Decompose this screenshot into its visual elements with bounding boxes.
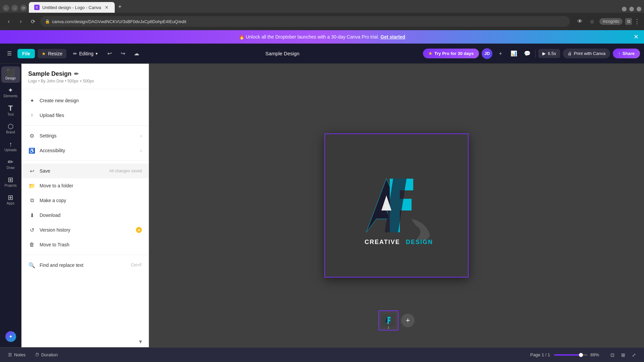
hamburger-menu-btn[interactable]: ☰ xyxy=(4,48,15,59)
menu-item-save[interactable]: ↩ Save All changes saved xyxy=(21,164,149,178)
menu-item-download[interactable]: ⬇ Download xyxy=(21,208,149,223)
sidebar-item-apps[interactable]: ⊞ Apps xyxy=(1,191,20,208)
extension-btn[interactable]: ⧉ xyxy=(625,18,632,25)
share-btn[interactable]: ↑ Share xyxy=(613,49,640,58)
tab-close-btn[interactable]: ✕ xyxy=(104,5,109,10)
design-icon: ⬛ xyxy=(6,69,15,76)
zoom-slider-fill xyxy=(554,354,581,356)
lock-icon: 🔒 xyxy=(45,19,50,24)
find-shortcut: Ctrl+F xyxy=(131,263,142,267)
try-pro-label: Try Pro for 30 days xyxy=(434,51,474,56)
sidebar-item-draw[interactable]: ✏ Draw xyxy=(1,156,20,172)
resize-star-icon: ★ xyxy=(42,51,46,56)
tab-forward-btn[interactable]: › xyxy=(11,5,18,11)
canva-app: 🔥 Unlock all the Droptober launches with… xyxy=(0,30,644,362)
undo-btn[interactable]: ↩ xyxy=(104,48,115,59)
menu-item-move-folder[interactable]: 📁 Move to a folder xyxy=(21,178,149,193)
menu-item-find[interactable]: 🔍 Find and replace text Ctrl+F xyxy=(21,258,149,273)
add-collaborator-btn[interactable]: + xyxy=(495,48,506,59)
file-menu-items: ✦ Create new design ↑ Upload files ⚙ Set… xyxy=(21,92,149,337)
tab-favicon: C xyxy=(34,5,40,10)
duration-btn[interactable]: ⏱ Duration xyxy=(32,351,60,359)
duration-label: Duration xyxy=(41,352,58,357)
new-tab-btn[interactable]: + xyxy=(115,2,125,11)
grid-view-btn[interactable]: ⊞ xyxy=(619,350,628,360)
play-btn[interactable]: ▶ 6.5s xyxy=(538,49,560,58)
minimize-btn[interactable] xyxy=(622,7,627,11)
comments-btn[interactable]: 💬 xyxy=(522,48,533,59)
menu-item-copy[interactable]: ⧉ Make a copy xyxy=(21,193,149,208)
maximize-btn[interactable] xyxy=(629,7,634,11)
menu-item-accessibility[interactable]: ♿ Accessibility › xyxy=(21,143,149,158)
close-btn[interactable] xyxy=(637,7,641,11)
menu-item-accessibility-label: Accessibility xyxy=(40,148,140,153)
page-info: Page 1 / 1 xyxy=(530,352,550,357)
notes-btn[interactable]: ☰ Notes xyxy=(5,351,28,359)
scroll-down-btn[interactable]: ▼ xyxy=(137,338,145,346)
trash-icon: 🗑 xyxy=(28,241,36,248)
fullscreen-btn[interactable]: ⤢ xyxy=(629,350,639,360)
sidebar-item-projects[interactable]: ⊞ Projects xyxy=(1,174,20,190)
resize-btn[interactable]: ★ Resize xyxy=(38,49,66,58)
analytics-btn[interactable]: 📊 xyxy=(508,48,519,59)
download-icon: ⬇ xyxy=(28,212,36,219)
menu-item-settings[interactable]: ⚙ Settings › xyxy=(21,128,149,143)
zoom-slider[interactable] xyxy=(554,354,588,356)
sidebar-item-brand[interactable]: ⬡ Brand xyxy=(1,120,20,137)
settings-arrow-icon: › xyxy=(140,133,142,138)
back-btn[interactable]: ‹ xyxy=(4,17,13,26)
forward-btn[interactable]: › xyxy=(16,17,25,26)
redo-btn[interactable]: ↪ xyxy=(118,48,128,59)
design-name[interactable]: Sample Design xyxy=(145,51,420,56)
add-page-btn[interactable]: + xyxy=(401,314,415,327)
canvas-container: CREATIVE DESIGN xyxy=(324,133,469,278)
menu-item-version[interactable]: ↺ Version history ★ xyxy=(21,223,149,237)
single-view-btn[interactable]: ⊡ xyxy=(608,350,617,360)
try-pro-btn[interactable]: ★ Try Pro for 30 days xyxy=(423,49,479,58)
menu-item-copy-label: Make a copy xyxy=(40,198,142,203)
canvas-frame[interactable]: CREATIVE DESIGN xyxy=(324,133,469,278)
menu-item-upload[interactable]: ↑ Upload files xyxy=(21,108,149,123)
promo-cta[interactable]: Get started xyxy=(380,34,405,40)
avatar[interactable]: JD xyxy=(482,48,492,59)
browser-chrome: ‹ › ⟳ C Untitled design - Logo - Canva ✕… xyxy=(0,0,644,30)
find-icon: 🔍 xyxy=(28,261,36,269)
sidebar-item-uploads[interactable]: ↑ Uploads xyxy=(1,138,20,155)
more-options-btn[interactable]: ⋮ xyxy=(634,18,640,25)
menu-item-trash-label: Move to Trash xyxy=(40,242,142,247)
print-btn[interactable]: 🖨 Print with Canva xyxy=(563,49,610,58)
url-text: canva.com/design/DAGVwdNCKVU/3sBF0dvJxCp… xyxy=(52,19,186,24)
menu-item-save-label: Save xyxy=(40,168,107,174)
page-thumb-1[interactable]: 1 xyxy=(378,310,398,330)
tab-title: Untitled design - Logo - Canva xyxy=(42,5,101,10)
address-bar[interactable]: 🔒 canva.com/design/DAGVwdNCKVU/3sBF0dvJx… xyxy=(40,16,570,27)
pro-star-icon: ★ xyxy=(428,51,432,56)
sidebar-item-text[interactable]: T Text xyxy=(1,102,20,119)
edit-title-icon[interactable]: ✏ xyxy=(74,71,78,77)
file-btn[interactable]: File xyxy=(17,49,35,58)
sidebar-item-elements[interactable]: ✦ Elements xyxy=(1,84,20,101)
eye-off-icon[interactable]: 👁 xyxy=(575,17,585,26)
star-icon[interactable]: ☆ xyxy=(587,17,597,26)
zoom-slider-thumb[interactable] xyxy=(579,353,583,357)
active-tab[interactable]: C Untitled design - Logo - Canva ✕ xyxy=(29,2,115,13)
menu-item-download-label: Download xyxy=(40,213,142,218)
tab-refresh-btn[interactable]: ⟳ xyxy=(20,5,27,11)
menu-item-trash[interactable]: 🗑 Move to Trash xyxy=(21,237,149,252)
menu-item-version-label: Version history xyxy=(40,227,136,233)
thumb-wrapper-1: 1 xyxy=(378,310,398,330)
file-menu-divider xyxy=(21,89,149,89)
print-label: Print with Canva xyxy=(574,51,606,56)
svg-text:DESIGN: DESIGN xyxy=(406,239,433,245)
divider-3 xyxy=(21,161,149,161)
magic-btn[interactable]: ✦ xyxy=(5,331,16,342)
tab-back-btn[interactable]: ‹ xyxy=(3,5,9,11)
incognito-badge[interactable]: Incognito xyxy=(599,18,623,25)
save-to-cloud-btn[interactable]: ☁ xyxy=(131,48,142,59)
sidebar-item-design[interactable]: ⬛ Design xyxy=(1,66,20,83)
left-sidebar: ⬛ Design ✦ Elements T Text ⬡ Brand ↑ Upl… xyxy=(0,64,21,347)
promo-close-btn[interactable]: ✕ xyxy=(634,33,639,41)
editing-btn[interactable]: ✏ Editing ▾ xyxy=(69,49,102,58)
refresh-btn[interactable]: ⟳ xyxy=(28,17,38,26)
menu-item-create[interactable]: ✦ Create new design xyxy=(21,93,149,108)
